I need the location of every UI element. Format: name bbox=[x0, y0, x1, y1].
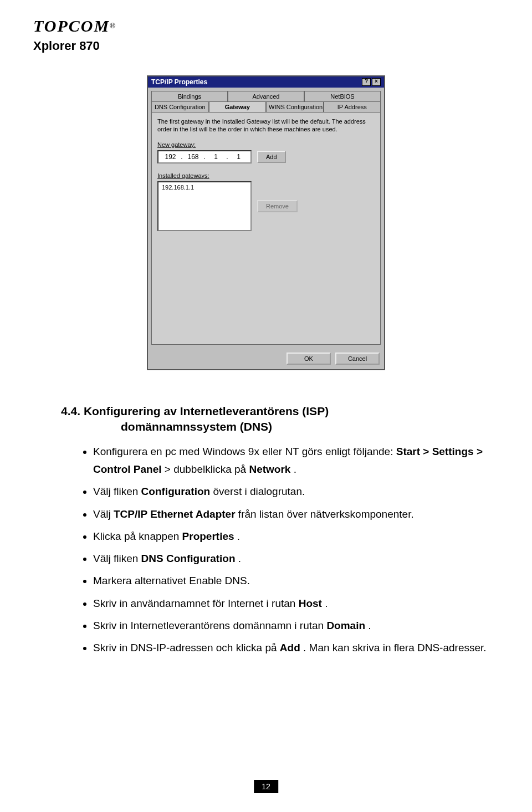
close-button[interactable]: × bbox=[372, 78, 381, 86]
list-item: Skriv in Internetleverantörens domännamn… bbox=[93, 617, 499, 635]
installed-gw-item[interactable]: 192.168.1.1 bbox=[162, 184, 247, 191]
cancel-button[interactable]: Cancel bbox=[335, 353, 380, 365]
section-heading: 4.4. Konfigurering av Internetleverantör… bbox=[61, 404, 499, 435]
brand-block: TOPCOM® bbox=[33, 17, 499, 35]
ok-button[interactable]: OK bbox=[287, 353, 331, 365]
dialog-screenshot: TCP/IP Properties ? × Bindings Advanced … bbox=[33, 75, 499, 370]
list-item: Klicka på knappen Properties . bbox=[93, 528, 499, 545]
new-gateway-input[interactable]: 192. 168. 1. 1 bbox=[157, 150, 252, 164]
ip-octet-1[interactable]: 192 bbox=[161, 153, 180, 161]
installed-gw-row: 192.168.1.1 Remove bbox=[157, 181, 375, 231]
tab-gateway[interactable]: Gateway bbox=[209, 101, 267, 112]
titlebar-text: TCP/IP Properties bbox=[151, 78, 361, 86]
tab-ip[interactable]: IP Address bbox=[324, 101, 381, 112]
tab-panel: The first gateway in the Installed Gatew… bbox=[151, 112, 381, 345]
remove-button[interactable]: Remove bbox=[257, 200, 298, 212]
tab-advanced[interactable]: Advanced bbox=[228, 91, 304, 101]
tab-dns[interactable]: DNS Configuration bbox=[151, 101, 209, 112]
help-button[interactable]: ? bbox=[362, 78, 371, 86]
page-number: 12 bbox=[254, 780, 278, 793]
list-item: Välj fliken DNS Configuration . bbox=[93, 550, 499, 568]
brand-logo: TOPCOM bbox=[33, 17, 110, 35]
list-item: Markera alternativet Enable DNS. bbox=[93, 572, 499, 590]
tab-bindings[interactable]: Bindings bbox=[151, 91, 228, 101]
panel-desc: The first gateway in the Installed Gatew… bbox=[157, 118, 375, 134]
product-name: Xplorer 870 bbox=[33, 39, 499, 53]
list-item: Skriv in DNS-IP-adressen och klicka på A… bbox=[93, 639, 499, 657]
brand-reg: ® bbox=[110, 22, 115, 30]
tab-netbios[interactable]: NetBIOS bbox=[304, 91, 381, 101]
dialog-button-row: OK Cancel bbox=[148, 348, 384, 369]
list-item: Skriv in användarnamnet för Internet i r… bbox=[93, 595, 499, 612]
section-number: 4.4. bbox=[61, 405, 80, 417]
ip-octet-2[interactable]: 168 bbox=[183, 153, 203, 161]
tcpip-dialog: TCP/IP Properties ? × Bindings Advanced … bbox=[147, 75, 385, 370]
tabs-row-1: Bindings Advanced NetBIOS bbox=[148, 88, 384, 101]
instruction-list: Konfigurera en pc med Windows 9x eller N… bbox=[93, 443, 499, 657]
titlebar: TCP/IP Properties ? × bbox=[148, 76, 384, 88]
new-gateway-row: 192. 168. 1. 1 Add bbox=[157, 150, 375, 164]
list-item: Välj TCP/IP Ethernet Adapter från listan… bbox=[93, 505, 499, 523]
tabs-row-2: DNS Configuration Gateway WINS Configura… bbox=[148, 101, 384, 112]
new-gateway-label: New gateway: bbox=[157, 141, 375, 148]
section-title-2: domännamnssystem (DNS) bbox=[121, 420, 272, 433]
ip-octet-3[interactable]: 1 bbox=[206, 153, 226, 161]
installed-gw-list[interactable]: 192.168.1.1 bbox=[157, 181, 252, 231]
add-button[interactable]: Add bbox=[257, 151, 286, 163]
ip-octet-4[interactable]: 1 bbox=[229, 153, 248, 161]
section-title-1: Konfigurering av Internetleverantörens (… bbox=[84, 405, 329, 417]
list-item: Välj fliken Configuration överst i dialo… bbox=[93, 483, 499, 501]
tab-wins[interactable]: WINS Configuration bbox=[266, 101, 324, 112]
installed-gw-label: Installed gateways: bbox=[157, 172, 375, 179]
list-item: Konfigurera en pc med Windows 9x eller N… bbox=[93, 443, 499, 479]
